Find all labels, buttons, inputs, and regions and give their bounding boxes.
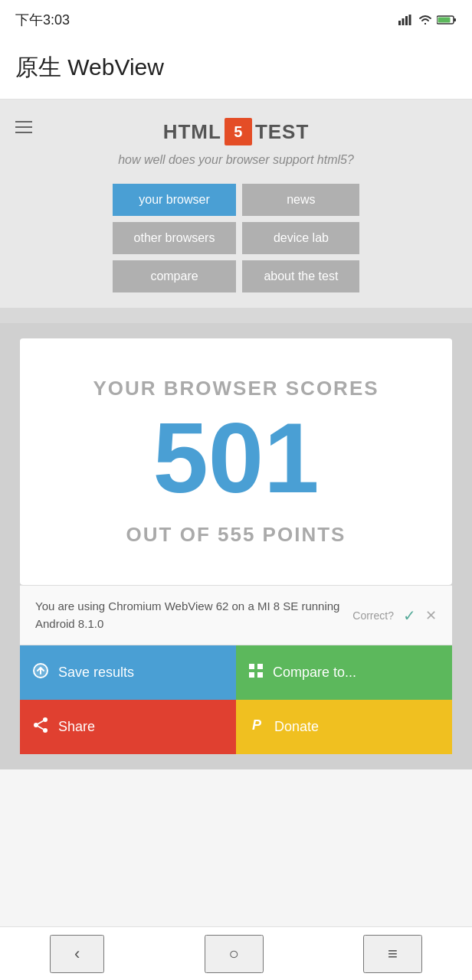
action-buttons: Save results Compare to... <box>20 645 452 754</box>
browser-info-text: You are using Chromium WebView 62 on a M… <box>35 598 352 632</box>
svg-rect-0 <box>398 21 401 25</box>
html5-logo: HTML 5 TEST <box>163 118 310 145</box>
svg-rect-10 <box>249 672 254 678</box>
svg-rect-9 <box>257 664 263 669</box>
share-button[interactable]: Share <box>20 700 236 754</box>
html5-subtitle: how well does your browser support html5… <box>118 153 354 167</box>
svg-point-13 <box>34 723 38 727</box>
nav-buttons: your browser news other browsers device … <box>113 184 360 292</box>
browser-info: You are using Chromium WebView 62 on a M… <box>20 585 452 645</box>
battery-icon <box>437 15 457 25</box>
score-card: YOUR BROWSER SCORES 501 OUT OF 555 POINT… <box>20 338 452 585</box>
donate-button[interactable]: P Donate <box>236 700 452 754</box>
x-icon[interactable]: ✕ <box>425 607 437 624</box>
menu-button[interactable]: ≡ <box>363 935 422 973</box>
nav-btn-your-browser[interactable]: your browser <box>113 184 237 216</box>
share-icon <box>32 717 49 737</box>
html5-badge: 5 <box>225 118 252 145</box>
compare-label: Compare to... <box>273 665 356 681</box>
correct-label: Correct? <box>352 609 394 622</box>
save-button[interactable]: Save results <box>20 645 236 700</box>
score-section: YOUR BROWSER SCORES 501 OUT OF 555 POINT… <box>0 308 472 769</box>
signal-icon <box>398 15 414 25</box>
correct-area: Correct? ✓ ✕ <box>352 606 437 625</box>
nav-btn-news[interactable]: news <box>242 184 359 216</box>
status-bar: 下午3:03 <box>0 0 472 40</box>
svg-rect-5 <box>454 18 456 21</box>
logo-left: HTML <box>163 120 221 144</box>
donate-label: Donate <box>274 719 319 735</box>
svg-rect-11 <box>257 672 263 678</box>
svg-rect-2 <box>405 16 408 25</box>
status-icons <box>398 15 457 25</box>
webview-content: HTML 5 TEST how well does your browser s… <box>0 100 472 769</box>
status-time: 下午3:03 <box>15 11 70 29</box>
home-button[interactable]: ○ <box>205 935 264 973</box>
save-label: Save results <box>58 665 134 681</box>
bottom-nav: ‹ ○ ≡ <box>0 926 472 980</box>
nav-btn-other-browsers[interactable]: other browsers <box>113 222 237 254</box>
nav-btn-compare[interactable]: compare <box>113 260 237 292</box>
app-title: 原生 WebView <box>15 54 164 80</box>
wifi-icon <box>418 15 432 25</box>
svg-rect-8 <box>249 664 254 669</box>
svg-rect-6 <box>438 18 451 23</box>
compare-icon <box>248 663 264 682</box>
share-label: Share <box>58 719 95 735</box>
check-icon[interactable]: ✓ <box>403 606 416 625</box>
svg-point-12 <box>43 717 48 722</box>
save-icon <box>32 662 49 683</box>
nav-btn-about-test[interactable]: about the test <box>242 260 359 292</box>
svg-point-14 <box>43 728 48 733</box>
svg-rect-1 <box>402 18 405 25</box>
app-header: 原生 WebView <box>0 40 472 100</box>
compare-button[interactable]: Compare to... <box>236 645 452 700</box>
svg-rect-3 <box>409 15 411 25</box>
hamburger-menu[interactable] <box>15 121 32 133</box>
svg-line-15 <box>38 721 44 724</box>
score-label-top: YOUR BROWSER SCORES <box>43 377 429 400</box>
logo-right: TEST <box>255 120 309 144</box>
score-label-bottom: OUT OF 555 POINTS <box>43 523 429 547</box>
svg-text:P: P <box>252 717 262 733</box>
donate-icon: P <box>248 717 265 737</box>
nav-btn-device-lab[interactable]: device lab <box>242 222 359 254</box>
score-number: 501 <box>43 408 429 508</box>
svg-line-16 <box>38 727 44 730</box>
back-button[interactable]: ‹ <box>50 935 104 973</box>
html5-test-header: HTML 5 TEST how well does your browser s… <box>0 100 472 308</box>
